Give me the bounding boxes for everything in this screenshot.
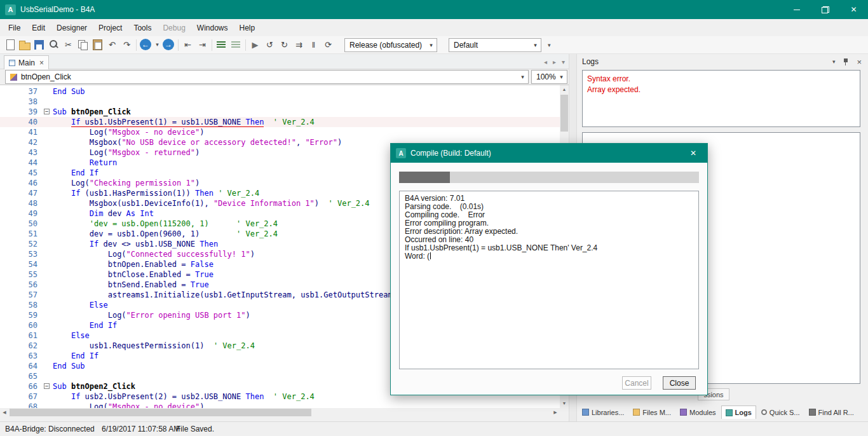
redo-icon[interactable]: ↷ (119, 37, 134, 52)
tab-scroll-left-icon[interactable]: ◂ (544, 58, 547, 65)
code-line[interactable]: 68 Log("Msgbox - no device") (0, 402, 560, 408)
step-icon[interactable]: ⇉ (292, 37, 306, 52)
panel-tab-libraries[interactable]: Libraries... (578, 405, 628, 419)
compile-release-icon[interactable]: ↻ (277, 37, 292, 52)
chevron-down-icon: ▾ (517, 71, 528, 83)
build-configuration-select[interactable]: Release (obfuscated) ▾ (344, 38, 437, 52)
toolbar-overflow-icon[interactable]: ▾ (548, 42, 551, 48)
horizontal-scrollbar[interactable]: ◀ ▶ (0, 408, 560, 417)
log-message: Syntax error. (587, 74, 855, 85)
menu-help[interactable]: Help (234, 20, 261, 36)
fold-toggle-icon[interactable]: − (43, 107, 53, 117)
vertical-scroll-thumb[interactable] (560, 95, 568, 132)
uncomment-icon[interactable] (229, 37, 243, 52)
compile-output[interactable]: B4A version: 7.01Parsing code. (0.01s)Co… (399, 191, 699, 369)
scroll-down-icon[interactable]: ▼ (560, 399, 569, 408)
logs-output-box[interactable]: Syntax error.Array expected. (582, 70, 860, 127)
logs-panel-controls: ▾ × (832, 57, 862, 67)
code-line[interactable]: 38 (0, 97, 560, 107)
comment-icon[interactable] (214, 37, 229, 52)
window-title: UsbSerialDemo - B4A (20, 5, 95, 14)
line-number: 65 (0, 371, 43, 381)
scroll-right-icon[interactable]: ▶ (551, 408, 560, 417)
tab-scroll-right-icon[interactable]: ▸ (553, 58, 556, 65)
tab-scroll-controls: ◂ ▸ ▾ (544, 54, 565, 69)
line-number: 48 (0, 198, 43, 208)
deploy-target-value: Default (454, 41, 478, 50)
open-folder-icon[interactable] (17, 37, 32, 52)
progress-fill (399, 172, 450, 183)
pause-icon[interactable]: ‖ (306, 37, 321, 52)
fold-spacer (43, 310, 53, 320)
deploy-target-select[interactable]: Default ▾ (449, 38, 541, 52)
menu-edit[interactable]: Edit (26, 20, 51, 36)
panel-tab-find-all-r[interactable]: Find All R... (805, 405, 858, 419)
paste-icon[interactable] (90, 37, 105, 52)
tab-close-icon[interactable]: × (39, 58, 44, 67)
close-button[interactable]: Close (663, 376, 696, 390)
menu-designer[interactable]: Designer (51, 20, 93, 36)
logs-panel-header: Logs ▾ × (577, 54, 868, 69)
cut-icon[interactable]: ✂ (61, 37, 76, 52)
chevron-down-icon: ▾ (556, 71, 567, 83)
pin-icon[interactable] (842, 57, 850, 66)
status-bar: B4A-Bridge: Disconnected 6/19/2017 11:07… (0, 421, 868, 436)
chevron-down-icon[interactable]: ▾ (832, 58, 836, 65)
tab-list-icon[interactable]: ▾ (562, 58, 565, 65)
menu-windows[interactable]: Windows (191, 20, 234, 36)
logs-messages: Syntax error.Array expected. (587, 74, 855, 95)
document-tab-strip: Main × ◂ ▸ ▾ (0, 54, 569, 69)
indent-icon[interactable]: ⇥ (195, 37, 210, 52)
menu-debug[interactable]: Debug (157, 20, 191, 36)
close-window-button[interactable]: ✕ (839, 0, 868, 19)
code-line[interactable]: 39−Sub btnOpen_Click (0, 107, 560, 117)
zoom-select[interactable]: 100% ▾ (531, 70, 567, 84)
scroll-up-icon[interactable]: ▲ (560, 85, 569, 94)
close-panel-icon[interactable]: × (857, 57, 862, 67)
run-icon[interactable]: ▶ (248, 37, 262, 52)
line-number: 53 (0, 249, 43, 259)
fold-spacer (43, 402, 53, 408)
menu-tools[interactable]: Tools (128, 20, 157, 36)
rebuild-icon[interactable]: ⟳ (321, 37, 336, 52)
fold-toggle-icon[interactable]: − (43, 381, 53, 392)
line-number: 37 (0, 86, 43, 97)
restore-button[interactable] (811, 0, 839, 19)
panel-tab-label: Quick S... (770, 409, 800, 416)
new-file-icon[interactable] (3, 37, 17, 52)
fold-spacer (43, 269, 53, 280)
dialog-close-icon[interactable]: ✕ (679, 144, 707, 163)
sub-navigator-select[interactable]: btnOpen_Click ▾ (5, 70, 529, 84)
toolbar-separator (178, 39, 179, 51)
menu-file[interactable]: File (3, 20, 26, 36)
minimize-button[interactable] (782, 0, 811, 19)
fold-spacer (43, 300, 53, 310)
tab-main[interactable]: Main × (4, 55, 49, 69)
panel-tab-modules[interactable]: Modules (676, 405, 720, 419)
status-timestamp: 6/19/2017 11:07:58 AM (102, 425, 180, 433)
modules-icon (680, 409, 687, 416)
logs-panel-title: Logs (582, 57, 599, 66)
navigate-forward-icon[interactable] (161, 37, 176, 52)
code-line[interactable]: 40 If usb1.UsbPresent(1) = usb1.USB_NONE… (0, 117, 560, 127)
panel-tab-files-m[interactable]: Files M... (629, 405, 675, 419)
navigate-back-icon[interactable] (139, 37, 153, 52)
copy-icon[interactable] (76, 37, 90, 52)
panel-tab-logs[interactable]: Logs (721, 405, 756, 419)
panel-tab-quick-s[interactable]: Quick S... (757, 405, 804, 419)
compile-output-line: Word: ( (405, 252, 693, 261)
code-line[interactable]: 41 Log("Msgbox - no device") (0, 127, 560, 137)
menu-project[interactable]: Project (93, 20, 128, 36)
code-line[interactable]: 37End Sub (0, 86, 560, 97)
find-icon[interactable] (46, 37, 61, 52)
save-icon[interactable] (32, 37, 46, 52)
navigate-back-menu-icon[interactable]: ▾ (153, 37, 161, 52)
cancel-button[interactable]: Cancel (622, 376, 651, 390)
scroll-left-icon[interactable]: ◀ (0, 408, 9, 417)
outdent-icon[interactable]: ⇤ (180, 37, 195, 52)
code-text: If usb1.UsbPresent(1) = usb1.USB_NONE Th… (53, 117, 560, 127)
compile-debug-icon[interactable]: ↺ (262, 37, 277, 52)
horizontal-scroll-thumb[interactable] (10, 409, 311, 416)
line-number: 50 (0, 219, 43, 229)
undo-icon[interactable]: ↶ (105, 37, 119, 52)
